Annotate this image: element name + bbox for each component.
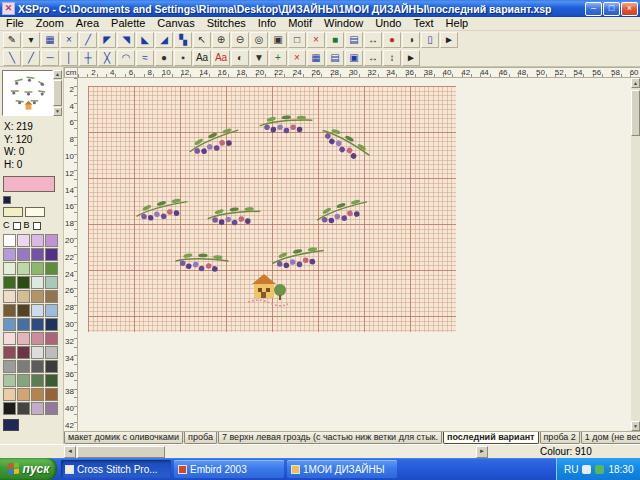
- palette-swatch[interactable]: [17, 234, 30, 247]
- erase-icon[interactable]: ×: [307, 32, 325, 48]
- backstitch-v-icon[interactable]: │: [60, 50, 78, 66]
- blend-colour-a[interactable]: [3, 207, 23, 217]
- palette-swatch[interactable]: [17, 332, 30, 345]
- olive-branch-motif[interactable]: [269, 242, 327, 272]
- blend-colour-b[interactable]: [25, 207, 45, 217]
- palette-swatch[interactable]: [17, 388, 30, 401]
- house-motif[interactable]: [246, 270, 290, 310]
- palette-swatch[interactable]: [3, 290, 16, 303]
- colour-pick-icon[interactable]: ●: [383, 32, 401, 48]
- frame-icon[interactable]: ▯: [421, 32, 439, 48]
- horizontal-scrollbar[interactable]: ◄ ►: [64, 446, 488, 458]
- design-preview-thumbnail[interactable]: [2, 70, 53, 116]
- quarter-stitch-tl-icon[interactable]: ◤: [98, 32, 116, 48]
- grid-toggle-icon[interactable]: ▦: [307, 50, 325, 66]
- scroll-left-icon[interactable]: ◄: [64, 446, 76, 458]
- backstitch-diag2-icon[interactable]: ╱: [22, 50, 40, 66]
- palette-swatch[interactable]: [31, 360, 44, 373]
- palette-swatch[interactable]: [17, 374, 30, 387]
- palette-swatch[interactable]: [3, 304, 16, 317]
- design-tab[interactable]: 7 верхн левая гроздь (с частью ниж ветки…: [218, 432, 442, 444]
- olive-branch-motif[interactable]: [257, 108, 315, 138]
- backstitch-cross-icon[interactable]: ┼: [79, 50, 97, 66]
- menu-item[interactable]: Undo: [369, 17, 407, 30]
- palette-swatch[interactable]: [45, 248, 58, 261]
- backstitch-h-icon[interactable]: ─: [41, 50, 59, 66]
- palette-swatch[interactable]: [45, 346, 58, 359]
- design-tab[interactable]: проба: [184, 432, 217, 444]
- palette-swatch[interactable]: [45, 388, 58, 401]
- olive-branch-motif[interactable]: [206, 201, 263, 229]
- french-knot-icon[interactable]: ●: [155, 50, 173, 66]
- palette-swatch[interactable]: [17, 318, 30, 331]
- palette-swatch[interactable]: [3, 262, 16, 275]
- palette-swatch[interactable]: [17, 262, 30, 275]
- half-stitch-icon[interactable]: ╱: [79, 32, 97, 48]
- menu-item[interactable]: Help: [440, 17, 475, 30]
- menu-item[interactable]: Motif: [282, 17, 318, 30]
- palette-swatch[interactable]: [17, 248, 30, 261]
- move-icon[interactable]: ↔: [364, 32, 382, 48]
- palette-swatch[interactable]: [3, 332, 16, 345]
- start-button[interactable]: пуск: [0, 458, 57, 480]
- petite-stitch-icon[interactable]: ▪: [174, 50, 192, 66]
- tray-status-icon[interactable]: [595, 465, 604, 474]
- maximize-button[interactable]: □: [603, 2, 620, 16]
- zoom-in-icon[interactable]: ⊕: [212, 32, 230, 48]
- palette-swap-icon[interactable]: ◐: [231, 50, 249, 66]
- lines-toggle-icon[interactable]: ▤: [326, 50, 344, 66]
- run-icon[interactable]: ►: [402, 50, 420, 66]
- three-quarter-stitch-icon[interactable]: ▚: [174, 32, 192, 48]
- palette-swatch[interactable]: [45, 374, 58, 387]
- preview-scrollbar[interactable]: ▲ ▼: [53, 70, 62, 116]
- zoom-area-icon[interactable]: ◎: [250, 32, 268, 48]
- palette-swatch[interactable]: [31, 248, 44, 261]
- horizontal-scroll-thumb[interactable]: [77, 446, 165, 458]
- palette-swatch[interactable]: [45, 360, 58, 373]
- scroll-up-icon[interactable]: ▲: [631, 78, 640, 88]
- select-arrow-icon[interactable]: ↖: [193, 32, 211, 48]
- preview-scroll-thumb[interactable]: [53, 80, 62, 106]
- task-button[interactable]: Cross Stitch Pro...: [61, 460, 171, 478]
- palette-swatch[interactable]: [31, 374, 44, 387]
- curve-stitch-icon[interactable]: ◠: [117, 50, 135, 66]
- menu-item[interactable]: Zoom: [30, 17, 70, 30]
- next-motif-icon[interactable]: ►: [440, 32, 458, 48]
- palette-swatch[interactable]: [17, 304, 30, 317]
- menu-item[interactable]: Canvas: [151, 17, 200, 30]
- add-colour-icon[interactable]: +: [269, 50, 287, 66]
- palette-swatch[interactable]: [45, 402, 58, 415]
- palette-swatch[interactable]: [45, 276, 58, 289]
- pattern-fill-icon[interactable]: ▦: [41, 32, 59, 48]
- palette-swatch[interactable]: [3, 374, 16, 387]
- scroll-down-icon[interactable]: ▼: [631, 421, 640, 431]
- task-button[interactable]: 1МОИ ДИЗАЙНЫ: [287, 460, 397, 478]
- menu-item[interactable]: Stitches: [201, 17, 252, 30]
- menu-item[interactable]: Window: [318, 17, 369, 30]
- palette-swatch[interactable]: [3, 360, 16, 373]
- menu-item[interactable]: Palette: [105, 17, 151, 30]
- palette-swatch[interactable]: [45, 290, 58, 303]
- palette-swatch[interactable]: [31, 318, 44, 331]
- backstitch-diag-icon[interactable]: ╲: [3, 50, 21, 66]
- palette-swatch[interactable]: [45, 304, 58, 317]
- design-tab[interactable]: 1 дом (не весь для стыковки): [581, 432, 640, 444]
- vertical-scrollbar[interactable]: ▲ ▼: [631, 78, 640, 431]
- copy-block-icon[interactable]: ▣: [345, 50, 363, 66]
- vertical-scroll-thumb[interactable]: [631, 90, 640, 136]
- scroll-right-icon[interactable]: ►: [476, 446, 488, 458]
- palette-swatch[interactable]: [31, 402, 44, 415]
- palette-swatch[interactable]: [3, 248, 16, 261]
- palette-swatch[interactable]: [45, 234, 58, 247]
- zoom-fit-icon[interactable]: ▣: [269, 32, 287, 48]
- quarter-stitch-tr-icon[interactable]: ◥: [117, 32, 135, 48]
- row-select-icon[interactable]: ▤: [345, 32, 363, 48]
- secondary-colour-swatch[interactable]: [3, 196, 11, 204]
- palette-swatch[interactable]: [31, 304, 44, 317]
- palette-swatch[interactable]: [17, 346, 30, 359]
- preview-scroll-down-icon[interactable]: ▼: [53, 107, 62, 116]
- palette-swatch[interactable]: [3, 388, 16, 401]
- palette-swatch[interactable]: [3, 234, 16, 247]
- palette-dropdown-icon[interactable]: ▼: [250, 50, 268, 66]
- palette-swatch[interactable]: [3, 402, 16, 415]
